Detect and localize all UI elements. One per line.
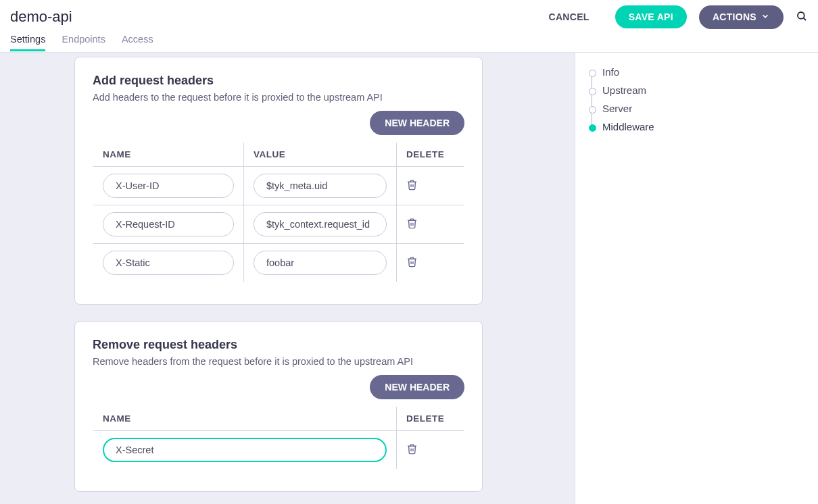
col-header-delete: DELETE (397, 407, 464, 431)
trash-icon (406, 443, 418, 457)
header-value-input[interactable] (254, 212, 387, 236)
tab-access[interactable]: Access (122, 34, 153, 49)
chevron-down-icon (761, 11, 770, 23)
sidebar-item-server[interactable]: Server (602, 99, 804, 118)
actions-button-label: ACTIONS (713, 11, 756, 22)
delete-row-button[interactable] (406, 218, 418, 231)
card-title: Add request headers (93, 74, 464, 88)
save-api-button[interactable]: SAVE API (615, 5, 687, 28)
sidebar-nav: Info Upstream Server Middleware (575, 53, 818, 504)
table-row (93, 205, 464, 244)
remove-request-headers-card: Remove request headers Remove headers fr… (74, 321, 483, 492)
trash-icon (406, 256, 418, 270)
cancel-button[interactable]: CANCEL (535, 5, 603, 28)
sidebar-item-upstream[interactable]: Upstream (602, 81, 804, 99)
page-title: demo-api (10, 8, 72, 26)
sidebar-item-middleware[interactable]: Middleware (602, 118, 804, 136)
header-name-input[interactable] (103, 438, 387, 462)
table-row (93, 244, 464, 282)
svg-line-1 (803, 18, 806, 20)
header-name-input[interactable] (103, 212, 234, 236)
delete-row-button[interactable] (406, 443, 418, 457)
topbar: demo-api CANCEL SAVE API ACTIONS (0, 0, 818, 34)
svg-point-0 (798, 12, 804, 19)
delete-row-button[interactable] (406, 179, 418, 193)
add-headers-table: NAME VALUE DELETE (93, 142, 464, 282)
tab-settings[interactable]: Settings (10, 34, 45, 51)
table-row (93, 167, 464, 205)
col-header-delete: DELETE (397, 143, 464, 167)
add-request-headers-card: Add request headers Add headers to the r… (74, 57, 483, 305)
search-icon (796, 10, 808, 24)
header-value-input[interactable] (254, 174, 387, 198)
tab-endpoints[interactable]: Endpoints (62, 34, 105, 49)
sidebar-item-info[interactable]: Info (602, 63, 804, 81)
col-header-value: VALUE (244, 143, 397, 167)
trash-icon (406, 218, 418, 231)
trash-icon (406, 179, 418, 193)
remove-headers-table: NAME DELETE (93, 406, 464, 470)
header-name-input[interactable] (103, 174, 234, 198)
col-header-name: NAME (93, 407, 397, 431)
col-header-name: NAME (93, 143, 244, 167)
delete-row-button[interactable] (406, 256, 418, 270)
new-header-button[interactable]: NEW HEADER (370, 111, 464, 135)
tabs: Settings Endpoints Access (0, 34, 818, 53)
new-header-button[interactable]: NEW HEADER (370, 375, 464, 399)
card-description: Add headers to the request before it is … (93, 92, 464, 103)
topbar-actions: CANCEL SAVE API ACTIONS (535, 5, 808, 29)
search-button[interactable] (796, 10, 808, 24)
header-name-input[interactable] (103, 251, 234, 275)
card-description: Remove headers from the request before i… (93, 356, 464, 367)
header-value-input[interactable] (254, 251, 387, 275)
card-title: Remove request headers (93, 338, 464, 352)
actions-button[interactable]: ACTIONS (699, 5, 784, 29)
table-row (93, 431, 464, 470)
